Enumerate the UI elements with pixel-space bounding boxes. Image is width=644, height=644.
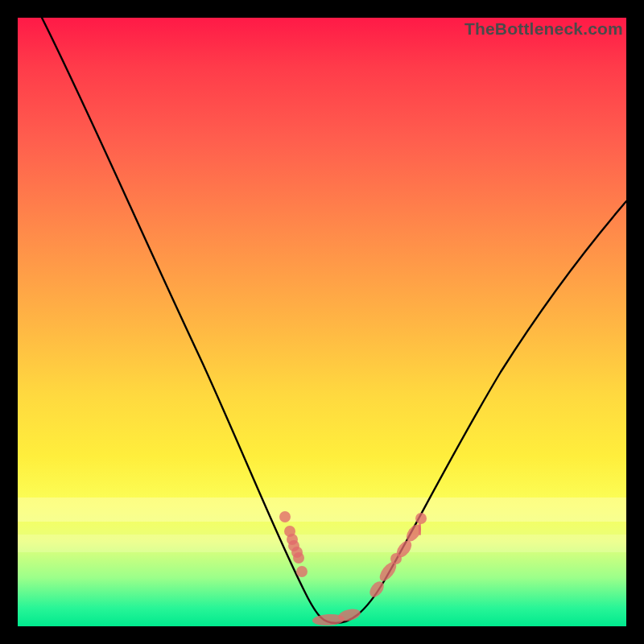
plot-area [18, 18, 626, 626]
svg-point-14 [415, 513, 427, 524]
curve-svg [18, 18, 626, 626]
svg-point-0 [279, 511, 291, 522]
marker-group [279, 511, 427, 626]
svg-rect-15 [419, 523, 421, 535]
watermark-text: TheBottleneck.com [464, 19, 623, 39]
outer-frame: TheBottleneck.com [0, 0, 644, 644]
bottleneck-curve-path [42, 18, 626, 623]
svg-point-5 [293, 552, 304, 564]
svg-point-6 [296, 566, 308, 577]
